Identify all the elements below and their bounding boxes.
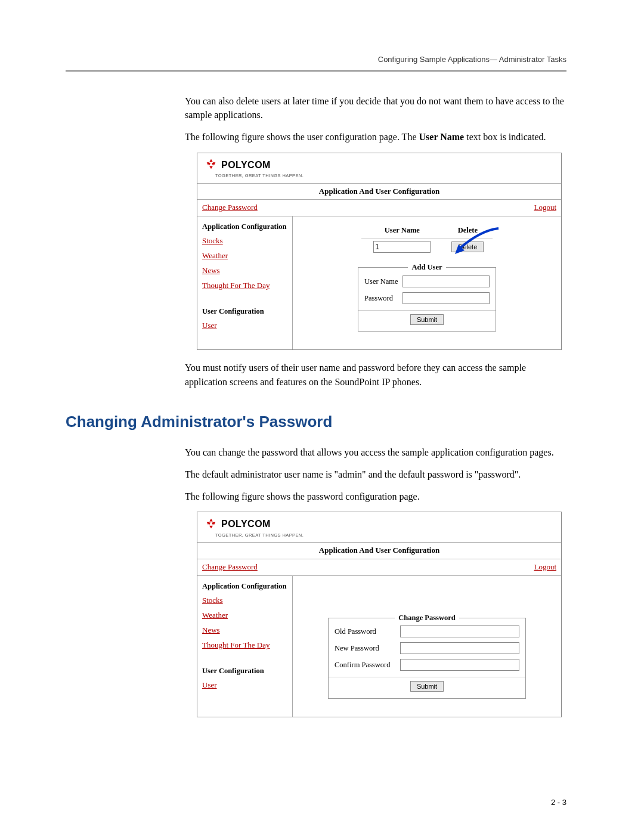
sidebar: Application Configuration Stocks Weather… <box>197 216 293 349</box>
header-divider <box>66 70 566 72</box>
screenshot-title-2: Application And User Configuration <box>197 542 561 559</box>
label-old-password: Old Password <box>335 626 400 637</box>
paragraph-default-credentials: The default administrator user name is "… <box>185 467 566 481</box>
label-new-password: New Password <box>335 643 400 654</box>
label-username: User Name <box>364 276 402 287</box>
sidebar-link-thought-2[interactable]: Thought For The Day <box>202 640 287 651</box>
sidebar-link-thought[interactable]: Thought For The Day <box>202 280 287 292</box>
sidebar-heading-app-config-2: Application Configuration <box>202 581 287 592</box>
sidebar-link-news[interactable]: News <box>202 265 287 277</box>
add-user-password-input[interactable] <box>402 292 490 304</box>
section-heading-change-password: Changing Administrator's Password <box>66 413 566 431</box>
logo-block-2: POLYCOM <box>197 512 561 532</box>
logo-tagline: TOGETHER, GREAT THINGS HAPPEN. <box>215 532 561 543</box>
svg-marker-0 <box>209 159 213 162</box>
p2-bold: User Name <box>419 132 465 142</box>
svg-marker-3 <box>209 166 213 169</box>
new-password-input[interactable] <box>400 642 519 654</box>
page-number: 2 - 3 <box>551 798 566 807</box>
paragraph-delete-users: You can also delete users at later time … <box>185 94 566 122</box>
sidebar-heading-user-config: User Configuration <box>202 306 287 317</box>
delete-button[interactable]: Delete <box>451 241 484 252</box>
svg-marker-7 <box>209 519 213 522</box>
link-logout[interactable]: Logout <box>534 202 556 213</box>
running-head: Configuring Sample Applications— Adminis… <box>378 55 566 64</box>
old-password-input[interactable] <box>400 625 519 637</box>
change-password-title: Change Password <box>329 612 525 623</box>
sidebar-link-stocks-2[interactable]: Stocks <box>202 595 287 606</box>
sidebar-link-weather-2[interactable]: Weather <box>202 610 287 621</box>
sidebar-link-news-2[interactable]: News <box>202 625 287 636</box>
sidebar-link-weather[interactable]: Weather <box>202 250 287 262</box>
logo-block: POLYCOM <box>197 153 561 173</box>
table-row: Delete <box>361 239 493 256</box>
sidebar-heading-app-config: Application Configuration <box>202 221 287 232</box>
submit-button-2[interactable]: Submit <box>410 681 444 692</box>
sidebar-heading-user-config-2: User Configuration <box>202 665 287 676</box>
polycom-logo-icon <box>205 158 218 171</box>
sidebar-2: Application Configuration Stocks Weather… <box>197 576 293 717</box>
sidebar-link-user-2[interactable]: User <box>202 680 287 691</box>
paragraph-figure-intro-2: The following figure shows the password … <box>185 490 566 503</box>
user-name-input[interactable] <box>373 241 431 253</box>
paragraph-figure-intro-1: The following figure shows the user conf… <box>185 130 566 144</box>
link-logout-2[interactable]: Logout <box>534 562 556 573</box>
polycom-logo-icon <box>205 518 218 531</box>
confirm-password-input[interactable] <box>400 659 519 671</box>
sidebar-link-stocks[interactable]: Stocks <box>202 236 287 247</box>
p2-part-a: The following figure shows the user conf… <box>185 132 419 142</box>
svg-marker-10 <box>209 526 213 529</box>
user-table: User Name Delete Delete <box>361 222 493 255</box>
label-password: Password <box>364 293 402 304</box>
figure-user-config: POLYCOM TOGETHER, GREAT THINGS HAPPEN. A… <box>197 153 562 351</box>
label-confirm-password: Confirm Password <box>335 659 400 670</box>
col-header-username: User Name <box>361 222 443 239</box>
p2-part-c: text box is indicated. <box>464 132 546 142</box>
add-user-username-input[interactable] <box>402 275 490 287</box>
screenshot-title: Application And User Configuration <box>197 183 561 200</box>
add-user-title: Add User <box>358 262 496 272</box>
sidebar-link-user[interactable]: User <box>202 320 287 332</box>
figure-password-config: POLYCOM TOGETHER, GREAT THINGS HAPPEN. A… <box>197 512 562 717</box>
submit-button[interactable]: Submit <box>410 314 444 325</box>
logo-text: POLYCOM <box>221 517 271 531</box>
logo-tagline: TOGETHER, GREAT THINGS HAPPEN. <box>215 173 561 183</box>
paragraph-change-password: You can change the password that allows … <box>185 445 566 459</box>
col-header-delete: Delete <box>443 222 493 239</box>
link-change-password-2[interactable]: Change Password <box>202 562 258 573</box>
logo-text: POLYCOM <box>221 158 271 172</box>
paragraph-notify-users: You must notify users of their user name… <box>185 361 566 388</box>
link-change-password[interactable]: Change Password <box>202 202 258 213</box>
